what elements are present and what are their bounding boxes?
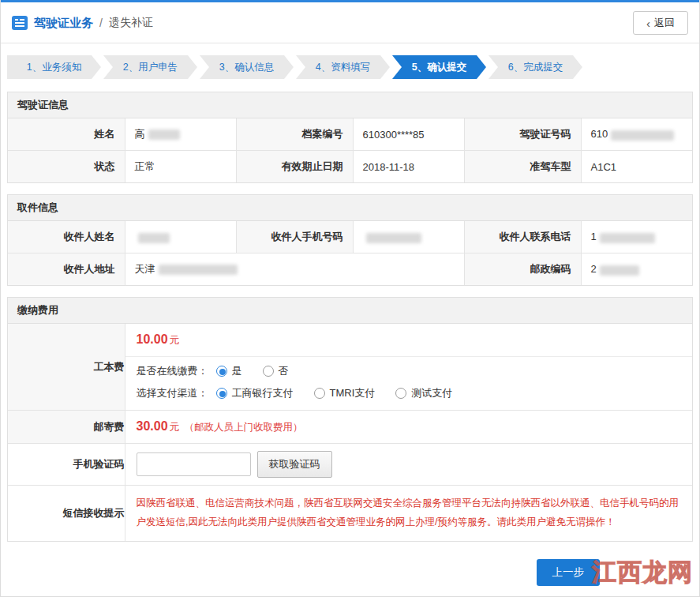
sms-tip-content: 因陕西省联通、电信运营商技术问题，陕西省互联网交通安全综合服务管理平台无法向持陕… <box>125 486 692 541</box>
production-fee-label: 工本费 <box>8 324 125 411</box>
radio-online-no[interactable]: 否 <box>263 364 289 378</box>
license-number-label: 驾驶证号码 <box>464 118 581 151</box>
radio-icon <box>395 388 406 399</box>
radio-online-no-label: 否 <box>279 364 289 378</box>
postal-code-label: 邮政编码 <box>464 253 581 286</box>
license-number-value: 610 <box>581 118 692 151</box>
redacted-value <box>159 265 238 275</box>
recipient-mobile-value <box>353 221 464 253</box>
fees-title: 缴纳费用 <box>8 298 692 324</box>
license-info-table: 姓名 高 档案编号 610300****85 驾驶证号码 610 状态 正常 有… <box>8 118 692 182</box>
vehicle-type-value-text: A1C1 <box>591 161 617 173</box>
breadcrumb-separator: / <box>99 17 103 29</box>
postage-fee-amount: 30.00 <box>137 419 168 433</box>
pickup-info-table: 收件人姓名 收件人手机号码 收件人联系电话 1 收件人地址 天津 邮政编码 2 <box>8 221 692 285</box>
table-row: 邮寄费 30.00元（邮政人员上门收取费用） <box>8 411 692 444</box>
production-fee-amount-line: 10.00元 <box>125 324 693 357</box>
license-info-title: 驾驶证信息 <box>8 92 692 118</box>
expiry-value-text: 2018-11-18 <box>363 161 415 173</box>
license-number-value-text: 610 <box>591 128 608 140</box>
page: 驾驶证业务 / 遗失补证 ‹ 返回 1、业务须知 2、用户申告 3、确认信息 4… <box>0 0 700 597</box>
step-1-business-notice: 1、业务须知 <box>7 55 101 79</box>
production-fee-amount: 10.00 <box>137 332 168 346</box>
radio-icon <box>314 388 325 399</box>
page-subtitle: 遗失补证 <box>109 16 153 30</box>
step-5-confirm-submit: 5、确认提交 <box>392 55 486 79</box>
postage-fee-unit: 元 <box>170 421 180 433</box>
table-row: 手机验证码 获取验证码 <box>8 444 692 486</box>
captcha-input[interactable] <box>137 452 251 476</box>
fees-table: 工本费 10.00元 是否在线缴费： 是 否 选择支付渠道： 工商银行支付 TM… <box>8 324 692 541</box>
header: 驾驶证业务 / 遗失补证 ‹ 返回 <box>1 2 699 43</box>
expiry-value: 2018-11-18 <box>353 151 464 183</box>
sms-tip-text: 因陕西省联通、电信运营商技术问题，陕西省互联网交通安全综合服务管理平台无法向持陕… <box>125 486 693 541</box>
previous-step-button[interactable]: 上一步 <box>537 559 601 586</box>
recipient-name-label: 收件人姓名 <box>8 221 125 253</box>
header-divider <box>1 43 699 43</box>
postage-fee-note: （邮政人员上门收取费用） <box>185 422 303 433</box>
vehicle-type-label: 准驾车型 <box>464 151 581 183</box>
payment-channel-question: 选择支付渠道： <box>137 386 208 400</box>
postal-code-value-text: 2 <box>591 263 597 275</box>
redacted-value <box>148 130 180 140</box>
file-number-label: 档案编号 <box>236 118 353 151</box>
file-number-value-text: 610300****85 <box>363 129 425 141</box>
name-value-text: 高 <box>135 128 145 140</box>
file-number-value: 610300****85 <box>353 118 464 151</box>
step-2-user-declaration: 2、用户申告 <box>103 55 197 79</box>
postage-fee-amount-line: 30.00元（邮政人员上门收取费用） <box>125 411 693 443</box>
table-row: 短信接收提示 因陕西省联通、电信运营商技术问题，陕西省互联网交通安全综合服务管理… <box>8 486 692 541</box>
postage-fee-label: 邮寄费 <box>8 411 125 444</box>
pickup-info-section: 取件信息 收件人姓名 收件人手机号码 收件人联系电话 1 收件人地址 天津 邮政… <box>7 194 693 286</box>
redacted-value <box>366 233 421 243</box>
back-button[interactable]: ‹ 返回 <box>633 11 688 35</box>
radio-channel-tmri[interactable]: TMRI支付 <box>314 386 376 400</box>
radio-channel-icbc-label: 工商银行支付 <box>232 386 294 400</box>
step-4-fill-materials: 4、资料填写 <box>296 55 390 79</box>
radio-online-yes[interactable]: 是 <box>216 364 242 378</box>
table-row: 收件人姓名 收件人手机号码 收件人联系电话 1 <box>8 221 692 253</box>
get-captcha-button[interactable]: 获取验证码 <box>257 451 332 478</box>
radio-channel-icbc[interactable]: 工商银行支付 <box>216 386 294 400</box>
recipient-mobile-label: 收件人手机号码 <box>236 221 353 253</box>
expiry-label: 有效期止日期 <box>236 151 353 183</box>
radio-icon <box>216 366 227 377</box>
radio-channel-test[interactable]: 测试支付 <box>395 386 452 400</box>
online-payment-question: 是否在线缴费： <box>137 364 208 378</box>
recipient-address-value: 天津 <box>125 253 464 286</box>
step-6-complete-submit: 6、完成提交 <box>489 55 582 79</box>
recipient-address-label: 收件人地址 <box>8 253 125 286</box>
chevron-left-icon: ‹ <box>646 17 650 29</box>
captcha-content: 获取验证码 <box>125 444 692 486</box>
radio-online-yes-label: 是 <box>232 364 242 378</box>
radio-channel-test-label: 测试支付 <box>411 386 452 400</box>
postage-fee-content: 30.00元（邮政人员上门收取费用） <box>125 411 692 444</box>
payment-channel-option-line: 选择支付渠道： 工商银行支付 TMRI支付 测试支付 <box>125 381 693 410</box>
step-3-confirm-info: 3、确认信息 <box>200 55 294 79</box>
name-label: 姓名 <box>8 118 125 151</box>
recipient-phone-value: 1 <box>581 221 692 253</box>
redacted-value <box>138 233 170 243</box>
radio-icon <box>216 388 227 399</box>
captcha-label: 手机验证码 <box>8 444 125 486</box>
production-fee-unit: 元 <box>170 334 180 346</box>
recipient-phone-label: 收件人联系电话 <box>464 221 581 253</box>
table-row: 姓名 高 档案编号 610300****85 驾驶证号码 610 <box>8 118 692 151</box>
production-fee-content: 10.00元 是否在线缴费： 是 否 选择支付渠道： 工商银行支付 TMRI支付… <box>125 324 692 411</box>
site-watermark: 江西龙网 <box>592 556 693 589</box>
sms-tip-label: 短信接收提示 <box>8 486 125 541</box>
name-value: 高 <box>125 118 236 151</box>
form-icon <box>12 15 28 31</box>
back-button-label: 返回 <box>654 16 675 30</box>
redacted-value <box>611 130 674 141</box>
pickup-info-title: 取件信息 <box>8 195 692 221</box>
license-info-section: 驾驶证信息 姓名 高 档案编号 610300****85 驾驶证号码 610 状… <box>7 92 693 183</box>
breadcrumb: 驾驶证业务 / 遗失补证 <box>12 15 153 31</box>
recipient-phone-value-text: 1 <box>591 231 597 242</box>
step-label: 3、确认信息 <box>219 61 274 74</box>
redacted-value <box>600 233 655 243</box>
table-row: 状态 正常 有效期止日期 2018-11-18 准驾车型 A1C1 <box>8 151 692 183</box>
recipient-address-value-text: 天津 <box>135 263 155 275</box>
page-title: 驾驶证业务 <box>34 16 93 31</box>
step-label: 5、确认提交 <box>412 61 466 74</box>
